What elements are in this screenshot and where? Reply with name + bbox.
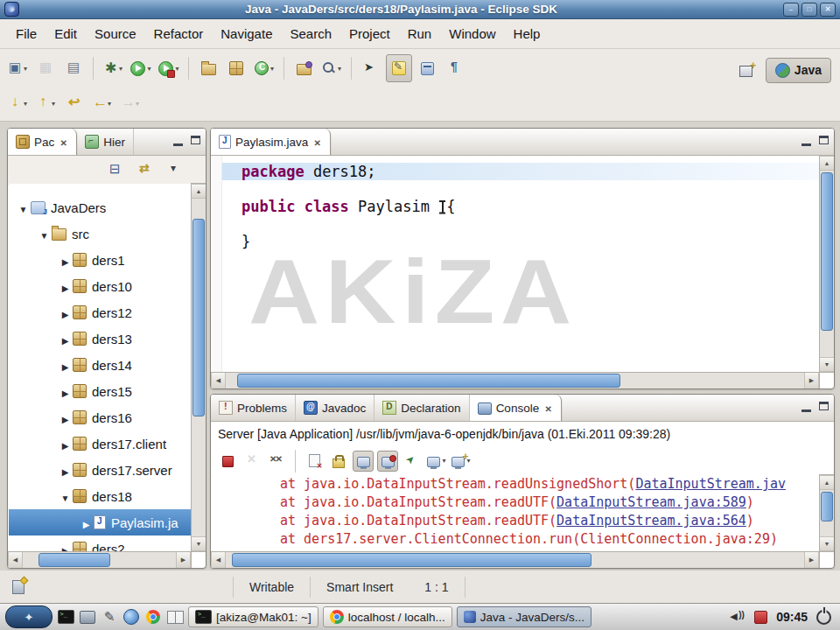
tree-item-paylasim-java[interactable]: Paylasim.ja: [9, 509, 192, 536]
fast-view-icon[interactable]: [12, 580, 24, 594]
minimize-view-button[interactable]: [172, 135, 184, 145]
tree-expander-icon[interactable]: [37, 227, 52, 242]
package-explorer-horizontal-scrollbar[interactable]: ◀ ▶: [8, 551, 192, 568]
scroll-up-icon[interactable]: ▲: [820, 156, 834, 171]
show-whitespace-toggle[interactable]: [442, 54, 468, 82]
scroll-up-icon[interactable]: ▲: [192, 184, 206, 199]
scroll-right-icon[interactable]: ▶: [176, 552, 191, 568]
menu-item[interactable]: Run: [399, 22, 441, 46]
stack-trace-link[interactable]: DataInputStream.java:564: [556, 513, 746, 528]
open-console-button[interactable]: [451, 451, 472, 472]
open-resource-button[interactable]: [290, 54, 317, 82]
terminal-launcher-icon[interactable]: [57, 608, 74, 626]
scroll-lock-toggle[interactable]: [328, 451, 349, 472]
clear-console-button[interactable]: [304, 451, 325, 472]
tree-expander-icon[interactable]: [58, 463, 73, 478]
maximize-view-button[interactable]: [190, 135, 201, 145]
tree-expander-icon[interactable]: [79, 515, 94, 530]
show-selected-element-toggle[interactable]: [414, 54, 440, 82]
tree-item-ders10[interactable]: ders10: [9, 273, 192, 299]
scroll-down-icon[interactable]: ▼: [192, 536, 206, 551]
tree-expander-icon[interactable]: [58, 489, 73, 504]
code-line[interactable]: [222, 215, 819, 233]
text-editor-icon[interactable]: [101, 608, 118, 626]
volume-icon[interactable]: [730, 610, 746, 624]
system-monitor-icon[interactable]: [79, 608, 96, 626]
save-button[interactable]: [32, 54, 59, 82]
desktop-pager-icon[interactable]: [166, 608, 184, 626]
scroll-right-icon[interactable]: ▶: [804, 552, 819, 568]
close-tab-icon[interactable]: [59, 136, 68, 149]
menu-item[interactable]: File: [7, 22, 46, 46]
tab-declaration[interactable]: Declaration: [374, 395, 469, 421]
task-browser[interactable]: localhost / localh...: [323, 606, 452, 627]
toolbar-button[interactable]: [351, 57, 352, 80]
tree-item-ders14[interactable]: ders14: [9, 352, 192, 378]
mark-occurrences-toggle[interactable]: [386, 54, 412, 82]
display-console-button[interactable]: [426, 451, 447, 472]
tab-package-explorer[interactable]: Pac: [8, 129, 77, 155]
window-titlebar[interactable]: Java - JavaDers/src/ders18/Paylasim.java…: [0, 0, 840, 19]
scroll-left-icon[interactable]: ◀: [211, 552, 226, 568]
tree-expander-icon[interactable]: [16, 200, 31, 215]
tab-problems[interactable]: Problems: [211, 395, 296, 421]
code-line[interactable]: [222, 180, 819, 198]
scroll-right-icon[interactable]: ▶: [804, 373, 819, 388]
package-explorer-vertical-scrollbar[interactable]: ▲ ▼: [191, 183, 206, 552]
toolbar-button[interactable]: [188, 57, 189, 80]
stack-trace-link[interactable]: DataInputStream.jav: [635, 476, 786, 492]
tree-item-ders1[interactable]: ders1: [9, 247, 192, 273]
open-perspective-button[interactable]: [733, 56, 760, 84]
close-tab-icon[interactable]: [543, 402, 553, 415]
terminate-button[interactable]: [217, 451, 238, 472]
forward-button[interactable]: [116, 89, 143, 117]
tree-expander-icon[interactable]: [58, 253, 73, 268]
menu-item[interactable]: Search: [281, 22, 340, 46]
console-output[interactable]: at java.io.DataInputStream.readUnsignedS…: [212, 475, 819, 551]
next-annotation-button[interactable]: [4, 89, 31, 117]
tree-item-ders12[interactable]: ders12: [9, 299, 192, 326]
tab-paylasim-java[interactable]: Paylasim.java: [211, 129, 331, 155]
back-button[interactable]: [88, 89, 115, 117]
menu-item[interactable]: Edit: [46, 22, 86, 46]
tab-hierarchy[interactable]: Hier: [77, 129, 134, 155]
menu-item[interactable]: Project: [340, 22, 399, 46]
editor-horizontal-scrollbar[interactable]: ◀ ▶: [211, 372, 820, 388]
search-button[interactable]: [318, 54, 345, 82]
tree-item-ders17-server[interactable]: ders17.server: [9, 457, 192, 483]
window-close-button[interactable]: [820, 3, 836, 17]
console-horizontal-scrollbar[interactable]: ◀ ▶: [211, 551, 820, 568]
console-vertical-scrollbar[interactable]: ▲ ▼: [819, 474, 834, 552]
tree-item-src[interactable]: src: [9, 220, 192, 247]
editor-vertical-scrollbar[interactable]: ▲ ▼: [819, 155, 834, 373]
tab-javadoc[interactable]: Javadoc: [296, 395, 374, 421]
scroll-up-icon[interactable]: ▲: [820, 475, 834, 490]
tree-expander-icon[interactable]: [58, 437, 73, 452]
code-line[interactable]: package ders18;: [222, 163, 819, 180]
java-perspective-button[interactable]: Java: [766, 58, 831, 83]
debug-button[interactable]: [100, 54, 126, 82]
window-minimize-button[interactable]: [783, 3, 799, 17]
stack-trace-link[interactable]: DataInputStream.java:589: [556, 494, 746, 510]
window-maximize-button[interactable]: [802, 3, 817, 17]
external-tools-button[interactable]: [156, 54, 182, 82]
show-stdout-toggle[interactable]: [353, 451, 374, 472]
power-icon[interactable]: [816, 610, 831, 625]
app-launcher-button[interactable]: ✦: [5, 606, 52, 628]
menu-item[interactable]: Window: [440, 22, 504, 46]
code-line[interactable]: }: [222, 233, 819, 250]
tree-item-ders17-client[interactable]: ders17.client: [9, 430, 192, 457]
new-java-project-button[interactable]: [195, 54, 221, 82]
menu-item[interactable]: Help: [505, 22, 550, 46]
pin-console-toggle[interactable]: [402, 451, 423, 472]
tree-expander-icon[interactable]: [58, 358, 73, 373]
previous-annotation-button[interactable]: [32, 89, 59, 117]
remove-launch-button[interactable]: [242, 451, 262, 472]
minimize-view-button[interactable]: [801, 135, 812, 145]
toolbar-button[interactable]: [284, 57, 284, 80]
record-indicator-icon[interactable]: [754, 611, 767, 624]
close-tab-icon[interactable]: [312, 136, 322, 149]
new-class-button[interactable]: [251, 54, 277, 82]
new-package-button[interactable]: [223, 54, 249, 82]
console-toolbar-button[interactable]: [295, 450, 296, 472]
